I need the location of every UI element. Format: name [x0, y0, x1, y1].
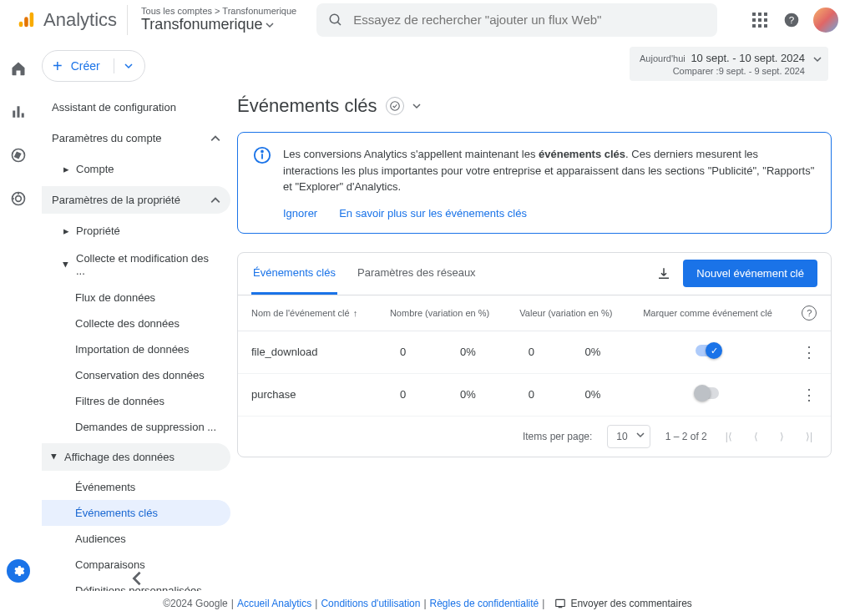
sidebar-item-streams[interactable]: Flux de données — [42, 285, 230, 311]
footer-terms-link[interactable]: Conditions d'utilisation — [321, 598, 420, 609]
prev-page-button[interactable]: ⟨ — [751, 427, 761, 446]
svg-rect-10 — [764, 18, 767, 22]
col-event-name[interactable]: Nom de l'événement clé↑ — [238, 295, 375, 331]
footer-privacy-link[interactable]: Règles de confidentialité — [430, 598, 539, 609]
caret-down-icon — [266, 21, 274, 29]
sidebar-item-key-events[interactable]: Événements clés — [42, 500, 230, 526]
items-per-page-select[interactable]: 10 — [607, 425, 650, 448]
sidebar-item-deletion-requests[interactable]: Demandes de suppression ... — [42, 414, 230, 440]
table-row: file_download 0 0% 0 0% ✓ ⋮ — [238, 331, 831, 373]
svg-point-25 — [261, 151, 263, 153]
apps-grid-icon[interactable] — [750, 10, 770, 30]
svg-rect-11 — [752, 24, 756, 28]
breadcrumb: Tous les comptes > Transfonumerique — [141, 6, 296, 16]
search-icon — [328, 13, 343, 28]
chevron-up-icon — [210, 195, 220, 205]
create-label: Créer — [71, 59, 100, 73]
create-button[interactable]: + Créer — [42, 50, 145, 82]
user-avatar[interactable] — [813, 8, 838, 33]
last-page-button[interactable]: ⟩| — [802, 427, 816, 446]
product-name: Analytics — [43, 9, 117, 31]
footer-copyright: ©2024 Google — [163, 598, 228, 609]
account-picker[interactable]: Tous les comptes > Transfonumerique Tran… — [128, 6, 310, 33]
cell-count-pct: 0% — [432, 331, 505, 373]
caret-right-icon: ▸ — [63, 163, 69, 175]
footer-home-link[interactable]: Accueil Analytics — [237, 598, 311, 609]
send-feedback-button[interactable]: Envoyer des commentaires — [554, 598, 691, 609]
sidebar-item-events[interactable]: Événements — [42, 474, 230, 500]
first-page-button[interactable]: |⟨ — [722, 427, 736, 446]
sidebar-group-property-settings[interactable]: Paramètres de la propriété — [42, 186, 230, 214]
items-per-page-label: Items per page: — [523, 431, 592, 442]
svg-point-22 — [390, 102, 399, 111]
mark-toggle[interactable] — [696, 387, 719, 399]
sidebar-item-account[interactable]: ▸ Compte — [42, 155, 230, 183]
sidebar-item-collect[interactable]: ▸ Collecte et modification des ... — [42, 245, 230, 285]
svg-rect-26 — [556, 599, 565, 606]
footer: ©2024 Google | Accueil Analytics | Condi… — [0, 591, 855, 616]
download-icon[interactable] — [656, 266, 671, 281]
banner-learn-more-link[interactable]: En savoir plus sur les événements clés — [339, 207, 527, 220]
explore-icon[interactable] — [8, 145, 28, 165]
sidebar-item-property[interactable]: ▸ Propriété — [42, 217, 230, 245]
svg-line-4 — [337, 22, 341, 25]
col-count[interactable]: Nombre (variation en %) — [375, 295, 505, 331]
svg-rect-12 — [758, 24, 761, 28]
sidebar-item-data-filters[interactable]: Filtres de données — [42, 388, 230, 414]
search-input[interactable] — [353, 13, 706, 27]
info-icon — [253, 146, 271, 220]
next-page-button[interactable]: ⟩ — [777, 427, 787, 446]
collapse-sidebar-button[interactable] — [129, 571, 144, 586]
home-icon[interactable] — [8, 58, 28, 78]
header-actions: ? — [750, 8, 848, 33]
svg-text:?: ? — [789, 14, 795, 25]
cell-event-name: purchase — [238, 373, 375, 416]
help-icon[interactable]: ? — [782, 10, 802, 30]
sidebar-label: Paramètres de la propriété — [52, 194, 180, 206]
svg-rect-6 — [758, 13, 761, 16]
caret-down-icon — [813, 55, 822, 63]
sidebar-group-display[interactable]: ▸ Affichage des données — [42, 443, 230, 471]
paginator: Items per page: 10 1 – 2 of 2 |⟨ ⟨ ⟩ ⟩| — [238, 417, 831, 457]
reports-icon[interactable] — [8, 102, 28, 122]
banner-dismiss-link[interactable]: Ignorer — [283, 207, 317, 220]
svg-point-3 — [330, 14, 339, 23]
sidebar-group-account-settings[interactable]: Paramètres du compte — [42, 124, 230, 152]
sidebar-item-audiences[interactable]: Audiences — [42, 526, 230, 552]
caret-down-icon — [124, 62, 133, 70]
caret-down-icon — [636, 431, 645, 439]
caret-down-icon[interactable] — [412, 102, 421, 110]
col-value[interactable]: Valeur (variation en %) — [504, 295, 627, 331]
sidebar-item-assistant[interactable]: Assistant de configuration — [42, 93, 230, 121]
date-range-picker[interactable]: Aujourd'hui 10 sept. - 10 sept. 2024 Com… — [630, 47, 828, 81]
counting-method-badge[interactable] — [386, 97, 404, 115]
caret-down-icon: ▸ — [60, 262, 73, 268]
cell-count: 0 — [375, 373, 432, 416]
main-content: Aujourd'hui 10 sept. - 10 sept. 2024 Com… — [237, 40, 855, 591]
tab-key-events[interactable]: Événements clés — [251, 253, 337, 295]
svg-rect-7 — [764, 13, 767, 16]
chevron-up-icon — [210, 134, 220, 144]
svg-rect-8 — [752, 18, 756, 22]
sidebar-item-data-retention[interactable]: Conservation des données — [42, 362, 230, 388]
mark-toggle[interactable]: ✓ — [696, 345, 719, 356]
advertising-icon[interactable] — [8, 189, 28, 209]
row-menu-button[interactable]: ⋮ — [802, 386, 817, 403]
tab-network-settings[interactable]: Paramètres des réseaux — [356, 253, 478, 295]
account-name: Transfonumerique — [141, 16, 262, 33]
svg-rect-5 — [752, 13, 756, 16]
new-key-event-button[interactable]: Nouvel événement clé — [683, 260, 817, 287]
row-menu-button[interactable]: ⋮ — [802, 344, 817, 361]
sidebar-item-data-collection[interactable]: Collecte des données — [42, 311, 230, 336]
caret-right-icon: ▸ — [63, 225, 69, 237]
admin-gear-button[interactable] — [7, 559, 30, 583]
search-bar[interactable] — [316, 3, 717, 37]
admin-sidebar: + Créer Assistant de configuration Param… — [37, 40, 237, 591]
cell-value: 0 — [504, 373, 558, 416]
col-help[interactable]: ? — [788, 295, 831, 331]
sidebar-item-data-import[interactable]: Importation de données — [42, 336, 230, 362]
page-title-row: Événements clés — [237, 95, 832, 117]
sidebar-label: Paramètres du compte — [52, 132, 162, 144]
svg-rect-2 — [30, 12, 34, 26]
svg-rect-1 — [24, 17, 28, 27]
